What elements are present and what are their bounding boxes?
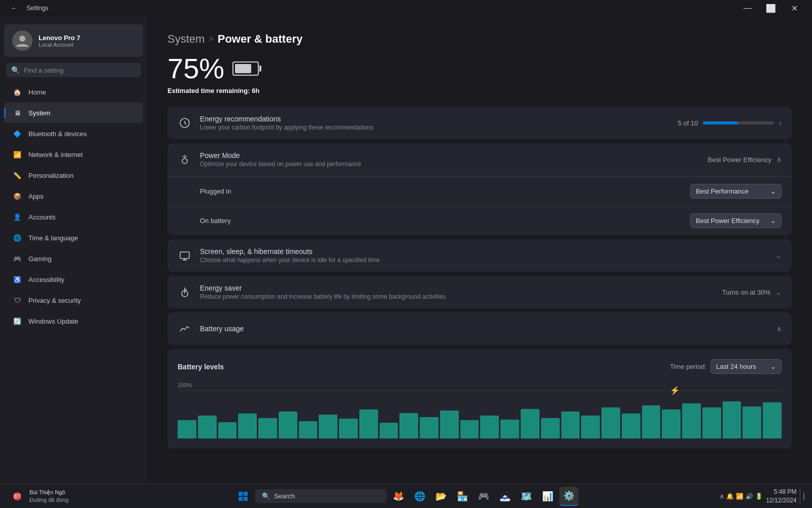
chart-y-label: 100% bbox=[178, 382, 782, 388]
time-period-label: Time period: bbox=[670, 363, 706, 370]
bluetooth-icon: 🔷 bbox=[12, 129, 22, 139]
taskbar-app-steam[interactable]: 🎮 bbox=[474, 487, 493, 506]
titlebar-controls: — ⬜ ✕ bbox=[736, 0, 806, 16]
sidebar-item-update[interactable]: 🔄 Windows Update bbox=[4, 311, 143, 331]
on-battery-label: On battery bbox=[200, 217, 684, 225]
on-battery-dropdown[interactable]: Best Power Efficiency ⌄ bbox=[690, 213, 782, 228]
user-card[interactable]: Lenovo Pro 7 Local Account bbox=[4, 24, 143, 57]
clock-date: 12/12/2024 bbox=[766, 496, 796, 505]
taskbar-app-photos[interactable]: 🗻 bbox=[495, 487, 515, 506]
sidebar-item-privacy[interactable]: 🛡 Privacy & security bbox=[4, 290, 143, 310]
user-subtitle: Local Account bbox=[39, 42, 80, 48]
system-clock[interactable]: 5:48 PM 12/12/2024 bbox=[766, 488, 796, 505]
energy-saver-right: Turns on at 30% ⌄ bbox=[722, 288, 782, 296]
minimize-button[interactable]: — bbox=[736, 0, 759, 16]
energy-saver-row[interactable]: Energy saver Reduce power consumption an… bbox=[167, 276, 792, 308]
home-label: Home bbox=[28, 88, 46, 96]
close-button[interactable]: ✕ bbox=[783, 0, 806, 16]
energy-recommendations-row[interactable]: Energy recommendations Lower your carbon… bbox=[167, 107, 792, 139]
energy-saver-chevron: ⌄ bbox=[775, 288, 782, 296]
plugged-in-chevron: ⌄ bbox=[770, 187, 776, 195]
taskbar: BT Bùi Thiện Ngô Đường đã đóng 🔍 Search … bbox=[0, 484, 812, 508]
chart-bar bbox=[218, 422, 237, 438]
svg-rect-7 bbox=[239, 492, 243, 496]
user-name: Lenovo Pro 7 bbox=[39, 34, 80, 42]
chart-bar bbox=[399, 413, 418, 438]
taskbar-app-settings-active[interactable]: ⚙️ bbox=[559, 487, 579, 506]
taskbar-app-explorer[interactable]: 📂 bbox=[431, 487, 451, 506]
battery-usage-row[interactable]: Battery usage ∧ bbox=[167, 312, 792, 345]
energy-rec-fill bbox=[703, 121, 738, 124]
tray-notification[interactable]: 🔔 bbox=[726, 493, 734, 500]
screen-sleep-row[interactable]: Screen, sleep, & hibernate timeouts Choo… bbox=[167, 239, 792, 272]
sidebar-item-accessibility[interactable]: ♿ Accessibility bbox=[4, 269, 143, 290]
tray-expand[interactable]: ∧ bbox=[720, 493, 724, 500]
power-mode-header[interactable]: Power Mode Optimize your device based on… bbox=[167, 143, 792, 176]
time-period-dropdown[interactable]: Last 24 hours ⌄ bbox=[710, 359, 782, 374]
power-mode-icon bbox=[178, 152, 192, 167]
sidebar-item-apps[interactable]: 📦 Apps bbox=[4, 186, 143, 206]
taskbar-app-maps[interactable]: 🗺️ bbox=[517, 487, 536, 506]
sidebar-item-bluetooth[interactable]: 🔷 Bluetooth & devices bbox=[4, 123, 143, 144]
plugged-in-value: Best Performance bbox=[696, 187, 749, 195]
chart-bar bbox=[238, 414, 257, 438]
sidebar-search[interactable]: 🔍 bbox=[6, 63, 141, 77]
taskbar-center: 🔍 Search 🦊 🌐 📂 🏪 🎮 🗻 🗺️ 📊 ⚙️ bbox=[233, 487, 579, 506]
taskbar-app-edge[interactable]: 🌐 bbox=[410, 487, 429, 506]
taskbar-search[interactable]: 🔍 Search bbox=[255, 489, 387, 503]
taskbar-user-info[interactable]: Bùi Thiện Ngô Đường đã đóng bbox=[29, 489, 69, 503]
chart-bar bbox=[279, 411, 297, 438]
energy-rec-progress-label: 5 of 10 bbox=[678, 119, 698, 127]
tray-network[interactable]: 📶 bbox=[736, 493, 743, 500]
maximize-button[interactable]: ⬜ bbox=[759, 0, 783, 16]
titlebar-left: ← Settings bbox=[6, 0, 48, 16]
show-desktop-btn[interactable]: │ bbox=[800, 489, 808, 504]
app-title: Settings bbox=[26, 5, 48, 12]
sidebar-item-home[interactable]: 🏠 Home bbox=[4, 82, 143, 102]
taskbar-search-label: Search bbox=[274, 492, 295, 500]
sidebar-item-personalization[interactable]: ✏️ Personalization bbox=[4, 165, 143, 185]
apps-icon: 📦 bbox=[12, 191, 22, 201]
time-period-value: Last 24 hours bbox=[716, 363, 756, 370]
energy-saver-sub: Reduce power consumption and increase ba… bbox=[200, 293, 714, 300]
personalization-label: Personalization bbox=[28, 172, 74, 179]
clock-time: 5:48 PM bbox=[766, 488, 796, 496]
svg-text:BT: BT bbox=[14, 494, 21, 499]
accessibility-icon: ♿ bbox=[12, 274, 22, 284]
sidebar-item-time[interactable]: 🌐 Time & language bbox=[4, 228, 143, 248]
tray-volume[interactable]: 🔊 bbox=[746, 493, 753, 500]
search-input[interactable] bbox=[24, 67, 136, 74]
energy-saver-title: Energy saver bbox=[200, 284, 714, 292]
battery-icon bbox=[232, 61, 259, 76]
sidebar-item-gaming[interactable]: 🎮 Gaming bbox=[4, 248, 143, 269]
chart-bar bbox=[258, 418, 277, 439]
screen-sleep-text: Screen, sleep, & hibernate timeouts Choo… bbox=[200, 247, 767, 264]
nav-list: 🏠 Home 🖥 System 🔷 Bluetooth & devices 📶 … bbox=[0, 81, 147, 332]
start-button[interactable] bbox=[233, 487, 253, 506]
back-button[interactable]: ← bbox=[6, 0, 22, 16]
home-icon: 🏠 bbox=[12, 87, 22, 97]
chart-bar bbox=[682, 403, 701, 438]
chart-bar bbox=[339, 419, 358, 438]
chart-bar bbox=[480, 416, 499, 438]
screen-sleep-sub: Choose what happens when your device is … bbox=[200, 257, 767, 264]
energy-rec-right: 5 of 10 › bbox=[678, 119, 782, 127]
taskbar-app-firefox[interactable]: 🦊 bbox=[389, 487, 408, 506]
battery-usage-chevron: ∧ bbox=[776, 325, 782, 333]
svg-point-2 bbox=[182, 158, 187, 164]
taskbar-app-store[interactable]: 🏪 bbox=[453, 487, 472, 506]
taskbar-user-btn[interactable]: BT bbox=[8, 487, 26, 505]
taskbar-app-office[interactable]: 📊 bbox=[538, 487, 557, 506]
sidebar-item-system[interactable]: 🖥 System bbox=[4, 103, 143, 123]
plugged-in-dropdown[interactable]: Best Performance ⌄ bbox=[690, 184, 782, 199]
sidebar-item-network[interactable]: 📶 Network & internet bbox=[4, 144, 143, 165]
svg-point-0 bbox=[19, 36, 25, 42]
sidebar-item-accounts[interactable]: 👤 Accounts bbox=[4, 207, 143, 227]
breadcrumb: System > Power & battery bbox=[167, 33, 792, 46]
accessibility-label: Accessibility bbox=[28, 276, 64, 283]
chart-wrapper: 100% ⚡ bbox=[178, 382, 782, 438]
chart-bar bbox=[763, 402, 782, 438]
chart-bar bbox=[440, 410, 459, 438]
tray-battery[interactable]: 🔋 bbox=[755, 493, 763, 500]
chart-bar bbox=[723, 401, 741, 438]
